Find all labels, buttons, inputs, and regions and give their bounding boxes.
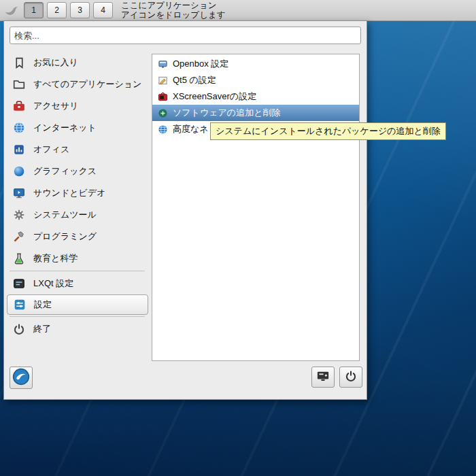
xscreensaver-icon [157,91,168,102]
power-icon [12,322,26,336]
panel-bird-icon[interactable] [3,1,20,19]
toolbox-icon [12,99,26,113]
sidebar-item-office[interactable]: オフィス [4,139,152,160]
monitor-icon [12,186,26,200]
power-button-icon [345,370,357,385]
search-box [10,27,361,44]
sidebar-item-all-applications[interactable]: すべてのアプリケーション [4,73,152,95]
power-button[interactable] [339,367,362,388]
tools-icon [12,230,26,243]
leave-icon [316,369,330,386]
tooltip: システムにインストールされたパッケージの追加と削除 [210,122,446,140]
sidebar-item-internet[interactable]: インターネット [4,117,152,139]
app-item-openbox-settings[interactable]: Openbox 設定 [152,56,359,72]
app-item-xscreensaver-settings[interactable]: XScreenSaverの設定 [152,88,359,105]
workspace-button-4[interactable]: 4 [93,2,113,18]
sidebar-item-label: 教育と科学 [33,252,78,265]
network-icon [157,124,168,135]
settings-icon [13,298,27,311]
sidebar-item-graphics[interactable]: グラフィックス [4,160,152,182]
app-item-label: 高度なネ [173,123,209,135]
sidebar-item-settings[interactable]: 設定 [7,294,148,315]
lxqt-logo-icon [12,368,30,388]
app-menu-popup: お気に入り すべてのアプリケーション アクセサリ インターネット [3,20,367,400]
sidebar-divider [10,271,145,271]
app-item-add-remove-software[interactable]: ソフトウェアの追加と削除 [152,105,359,121]
sidebar-item-label: お気に入り [33,56,78,69]
sidebar-item-accessories[interactable]: アクセサリ [4,95,152,117]
top-panel: 1 2 3 4 ここにアプリケーション アイコンをドロップします [0,0,476,21]
office-icon [12,143,26,156]
sidebar-item-label: LXQt 設定 [33,277,73,290]
application-list: Openbox 設定 Qt5 の設定 XScreenSaverの設定 ソフトウェ… [152,54,360,361]
drop-hint-line2: アイコンをドロップします [121,10,226,20]
quicklaunch-drop-hint: ここにアプリケーション アイコンをドロップします [121,1,226,20]
sidebar-item-leave[interactable]: 終了 [4,318,152,340]
tooltip-text: システムにインストールされたパッケージの追加と削除 [216,125,441,137]
app-item-label: Qt5 の設定 [173,74,216,86]
folder-icon [12,78,26,91]
workspace-button-1[interactable]: 1 [24,2,44,18]
software-icon [157,107,168,118]
sidebar-item-education-science[interactable]: 教育と科学 [4,248,152,269]
qt5-icon [157,75,168,86]
search-input[interactable] [10,27,361,44]
sidebar-item-label: 終了 [33,323,51,335]
globe-icon [12,121,26,135]
workspace-switcher: 1 2 3 4 [24,2,113,18]
sidebar-item-label: グラフィックス [33,165,97,177]
workspace-button-2[interactable]: 2 [47,2,67,18]
leave-button[interactable] [311,367,335,388]
sphere-icon [12,165,26,178]
sidebar-item-label: サウンドとビデオ [33,187,105,199]
app-item-label: ソフトウェアの追加と削除 [173,107,280,119]
gear-icon [12,208,26,222]
drop-hint-line1: ここにアプリケーション [121,1,226,10]
workspace-button-3[interactable]: 3 [70,2,90,18]
sidebar-item-favorites[interactable]: お気に入り [4,52,152,73]
openbox-icon [157,58,168,69]
sidebar-item-label: システムツール [33,209,97,221]
app-item-label: Openbox 設定 [173,58,228,70]
sidebar-item-label: オフィス [33,143,69,156]
app-item-qt5-settings[interactable]: Qt5 の設定 [152,72,359,88]
flask-icon [12,252,26,265]
lxqt-logo-button[interactable] [10,367,33,389]
lxqt-settings-icon [12,277,26,290]
bookmark-icon [12,56,26,69]
sidebar-divider [10,316,145,317]
sidebar-item-label: すべてのアプリケーション [33,78,141,90]
sidebar-item-sound-video[interactable]: サウンドとビデオ [4,182,152,204]
desktop: 1 2 3 4 ここにアプリケーション アイコンをドロップします お気に入り [0,0,476,476]
app-item-label: XScreenSaverの設定 [173,90,256,103]
sidebar-item-programming[interactable]: プログラミング [4,226,152,248]
category-sidebar: お気に入り すべてのアプリケーション アクセサリ インターネット [4,52,152,340]
sidebar-item-label: プログラミング [33,231,97,243]
sidebar-item-label: 設定 [34,299,52,311]
sidebar-item-lxqt-settings[interactable]: LXQt 設定 [4,273,152,294]
sidebar-item-label: アクセサリ [33,100,79,112]
sidebar-item-system-tools[interactable]: システムツール [4,204,152,226]
sidebar-item-label: インターネット [33,122,97,134]
